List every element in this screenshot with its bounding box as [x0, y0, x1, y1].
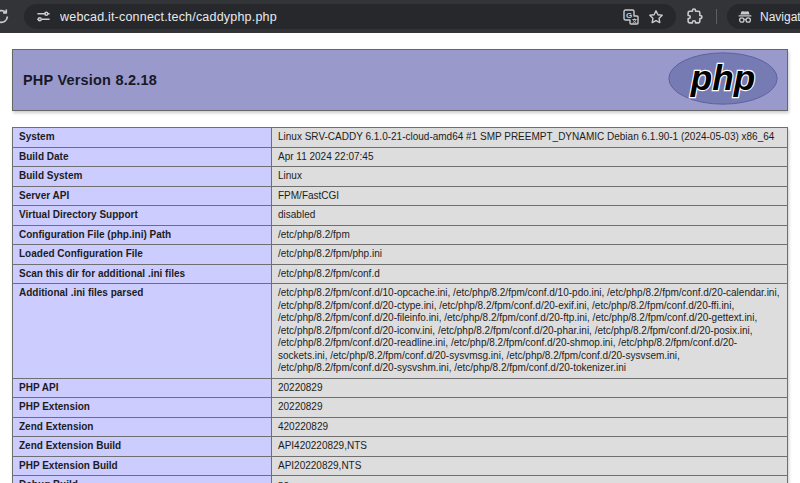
- table-row: Build SystemLinux: [13, 167, 788, 187]
- page-title: PHP Version 8.2.18: [23, 72, 157, 88]
- incognito-icon: [737, 9, 753, 25]
- table-row: Debug Buildno: [13, 476, 788, 483]
- table-row: Server APIFPM/FastCGI: [13, 186, 788, 206]
- row-value: Linux: [272, 167, 788, 187]
- row-key: PHP API: [13, 378, 272, 398]
- row-key: Server API: [13, 186, 272, 206]
- table-row: Zend Extension BuildAPI420220829,NTS: [13, 437, 788, 457]
- table-row: Loaded Configuration File/etc/php/8.2/fp…: [13, 245, 788, 265]
- row-value: no: [272, 476, 788, 483]
- incognito-label: Navigation: [760, 10, 800, 24]
- row-value: Linux SRV-CADDY 6.1.0-21-cloud-amd64 #1 …: [272, 128, 788, 148]
- php-logo-icon: php: [665, 50, 781, 111]
- row-value: API20220829,NTS: [272, 456, 788, 476]
- row-value: /etc/php/8.2/fpm/conf.d: [272, 264, 788, 284]
- table-row: Additional .ini files parsed/etc/php/8.2…: [13, 284, 788, 379]
- phpinfo-page: PHP Version 8.2.18 php SystemLinux SRV-C…: [0, 33, 800, 483]
- row-value: 20220829: [272, 398, 788, 418]
- row-key: Additional .ini files parsed: [13, 284, 272, 379]
- row-key: Build Date: [13, 147, 272, 167]
- extensions-puzzle-icon[interactable]: [686, 8, 703, 25]
- row-value: API420220829,NTS: [272, 437, 788, 457]
- tune-icon[interactable]: [36, 9, 51, 24]
- row-key: Build System: [13, 167, 272, 187]
- row-value: disabled: [272, 206, 788, 226]
- table-row: SystemLinux SRV-CADDY 6.1.0-21-cloud-amd…: [13, 128, 788, 148]
- address-bar[interactable]: webcad.it-connect.tech/caddyphp.php G: [24, 4, 676, 29]
- row-key: Zend Extension Build: [13, 437, 272, 457]
- row-key: System: [13, 128, 272, 148]
- row-value: /etc/php/8.2/fpm/php.ini: [272, 245, 788, 265]
- row-value: /etc/php/8.2/fpm/conf.d/10-opcache.ini, …: [272, 284, 788, 379]
- toolbar-divider: [716, 9, 717, 24]
- url-text[interactable]: webcad.it-connect.tech/caddyphp.php: [60, 10, 614, 24]
- row-value: FPM/FastCGI: [272, 186, 788, 206]
- browser-toolbar: webcad.it-connect.tech/caddyphp.php G: [0, 0, 800, 33]
- table-row: Build DateApr 11 2024 22:07:45: [13, 147, 788, 167]
- table-row: PHP API20220829: [13, 378, 788, 398]
- row-key: Configuration File (php.ini) Path: [13, 225, 272, 245]
- table-row: PHP Extension BuildAPI20220829,NTS: [13, 456, 788, 476]
- row-value: Apr 11 2024 22:07:45: [272, 147, 788, 167]
- row-value: /etc/php/8.2/fpm: [272, 225, 788, 245]
- table-row: PHP Extension20220829: [13, 398, 788, 418]
- row-key: Debug Build: [13, 476, 272, 483]
- table-row: Scan this dir for additional .ini files/…: [13, 264, 788, 284]
- row-key: Scan this dir for additional .ini files: [13, 264, 272, 284]
- php-logo-text: php: [690, 57, 755, 96]
- php-version-header: PHP Version 8.2.18 php: [12, 49, 788, 111]
- reload-icon[interactable]: [0, 8, 10, 25]
- row-key: PHP Extension Build: [13, 456, 272, 476]
- star-icon[interactable]: [648, 9, 664, 25]
- row-key: Zend Extension: [13, 417, 272, 437]
- svg-text:G: G: [626, 11, 632, 20]
- row-value: 420220829: [272, 417, 788, 437]
- table-row: Virtual Directory Supportdisabled: [13, 206, 788, 226]
- row-key: PHP Extension: [13, 398, 272, 418]
- incognito-profile-chip[interactable]: Navigation: [727, 4, 800, 29]
- row-value: 20220829: [272, 378, 788, 398]
- row-key: Virtual Directory Support: [13, 206, 272, 226]
- phpinfo-table: SystemLinux SRV-CADDY 6.1.0-21-cloud-amd…: [12, 127, 788, 483]
- table-row: Configuration File (php.ini) Path/etc/ph…: [13, 225, 788, 245]
- table-row: Zend Extension420220829: [13, 417, 788, 437]
- translate-icon[interactable]: G: [623, 9, 639, 25]
- row-key: Loaded Configuration File: [13, 245, 272, 265]
